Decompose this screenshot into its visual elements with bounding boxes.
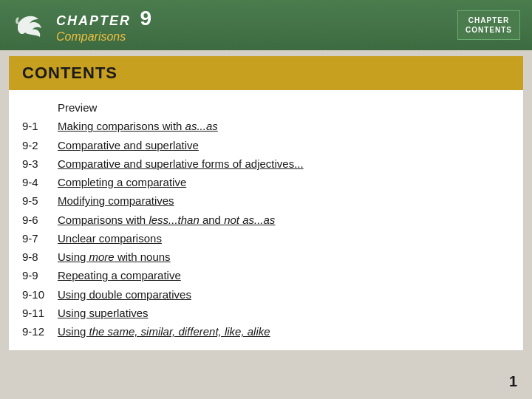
toc-number: 9-3: [22, 155, 58, 172]
main-content: CONTENTS Preview 9-1 Making comparisons …: [9, 56, 523, 350]
toc-label[interactable]: Repeating a comparative: [58, 267, 181, 284]
list-item: 9-9 Repeating a comparative: [22, 267, 510, 284]
contents-title: CONTENTS: [9, 56, 523, 90]
toc-label[interactable]: Using more with nouns: [58, 248, 171, 265]
toc-label[interactable]: Comparative and superlative forms of adj…: [58, 155, 304, 172]
chapter-number: 9: [140, 7, 151, 30]
list-item: 9-10 Using double comparatives: [22, 286, 510, 303]
chapter-label-row: CHAPTER 9: [56, 7, 151, 30]
chapter-btn-line1: CHAPTER: [468, 16, 509, 24]
page-number: 1: [509, 373, 517, 390]
list-item: 9-8 Using more with nouns: [22, 248, 510, 265]
toc-number: 9-8: [22, 248, 58, 265]
table-of-contents: Preview 9-1 Making comparisons with as..…: [9, 90, 523, 350]
page-header: CHAPTER 9 Comparisons CHAPTER CONTENTS: [0, 0, 532, 50]
chapter-btn-line2: CONTENTS: [466, 26, 512, 34]
header-left: CHAPTER 9 Comparisons: [12, 7, 151, 44]
toc-label[interactable]: Comparative and superlative: [58, 137, 199, 154]
chapter-subtitle: Comparisons: [56, 30, 151, 44]
list-item: 9-2 Comparative and superlative: [22, 137, 510, 154]
list-item: 9-11 Using superlatives: [22, 304, 510, 321]
toc-label[interactable]: Using superlatives: [58, 304, 149, 321]
toc-label[interactable]: Comparisons with less...than and not as.…: [58, 211, 275, 228]
toc-number: 9-12: [22, 323, 58, 340]
toc-number: 9-4: [22, 174, 58, 191]
list-item: 9-6 Comparisons with less...than and not…: [22, 211, 510, 228]
chapter-word: CHAPTER: [56, 13, 131, 28]
list-item: 9-12 Using the same, similar, different,…: [22, 323, 510, 340]
list-item: 9-4 Completing a comparative: [22, 174, 510, 191]
toc-number: 9-2: [22, 137, 58, 154]
toc-number: 9-9: [22, 267, 58, 284]
list-item: 9-5 Modifying comparatives: [22, 192, 510, 209]
page-wrapper: CHAPTER 9 Comparisons CHAPTER CONTENTS C…: [0, 0, 532, 399]
bird-icon: [12, 9, 47, 41]
toc-label[interactable]: Completing a comparative: [58, 174, 186, 191]
toc-label[interactable]: Making comparisons with as...as: [58, 117, 218, 134]
list-item: 9-1 Making comparisons with as...as: [22, 117, 510, 134]
toc-number: 9-6: [22, 211, 58, 228]
toc-number: 9-1: [22, 117, 58, 134]
toc-number: [22, 99, 58, 116]
chapter-contents-button[interactable]: CHAPTER CONTENTS: [457, 10, 520, 40]
toc-label[interactable]: Modifying comparatives: [58, 192, 174, 209]
list-item: Preview: [22, 99, 510, 116]
list-item: 9-7 Unclear comparisons: [22, 230, 510, 247]
toc-label: Preview: [58, 99, 97, 116]
toc-number: 9-7: [22, 230, 58, 247]
toc-label[interactable]: Unclear comparisons: [58, 230, 162, 247]
toc-label[interactable]: Using double comparatives: [58, 286, 191, 303]
header-title-block: CHAPTER 9 Comparisons: [56, 7, 151, 44]
toc-number: 9-11: [22, 304, 58, 321]
toc-label[interactable]: Using the same, similar, different, like…: [58, 323, 270, 340]
toc-number: 9-10: [22, 286, 58, 303]
toc-number: 9-5: [22, 192, 58, 209]
list-item: 9-3 Comparative and superlative forms of…: [22, 155, 510, 172]
